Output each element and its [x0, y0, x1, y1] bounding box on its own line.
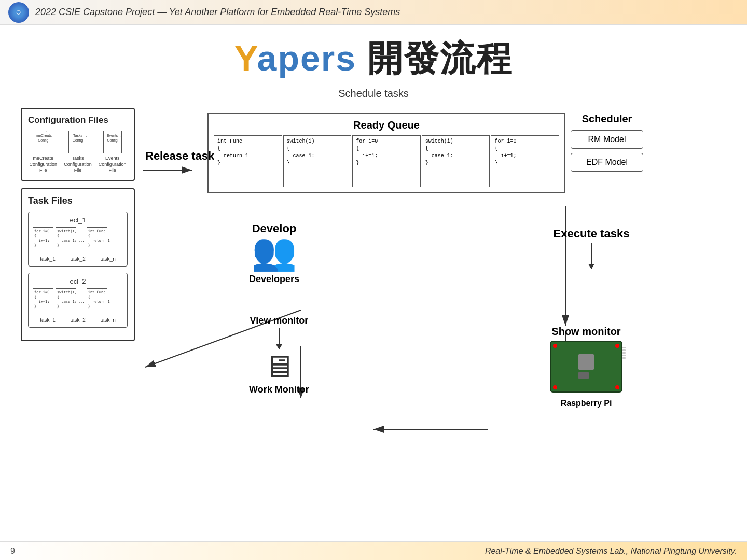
ecl2-task1-icon: for i=0 { i+=1; }	[33, 288, 53, 315]
rpi-pin-5	[622, 357, 626, 359]
view-monitor-arrowhead	[276, 344, 282, 349]
tasks-file-icon: TasksConfig	[68, 131, 87, 153]
events-file-icon: EventsConfig	[103, 131, 122, 153]
ready-queue-items: int Func{ return 1} switch(i){ case 1:} …	[214, 135, 559, 187]
header: ○ 2022 CSIE Capstone Project — Yet Anoth…	[0, 0, 747, 25]
ecl-1-container: ecl_1 for i=0 { i+=1; } switch(i) { case…	[28, 212, 128, 267]
main-content: Yapers 開發流程 Schedule tasks	[0, 25, 747, 541]
ready-queue-box: Ready Queue int Func{ return 1} switch(i…	[208, 113, 565, 193]
config-file-events: EventsConfig EventsConfigurationFile	[99, 131, 127, 174]
ecl-1-title: ecl_1	[33, 216, 123, 224]
work-monitor-label: Work Monitor	[249, 384, 309, 395]
ecl2-labels: task_1 task_2 task_n	[33, 317, 123, 323]
config-files-box: Configuration Files meCreateConfig meCre…	[21, 108, 135, 181]
edf-model: EDF Model	[571, 153, 643, 172]
developers-label: Developers	[249, 274, 299, 285]
rpi-pin-1	[622, 347, 626, 348]
rq-item-5: for i=0{ i+=1;}	[491, 135, 559, 187]
view-monitor-arrow	[279, 328, 280, 349]
rq-item-4: switch(i){ case 1:}	[422, 135, 490, 187]
rm-model: RM Model	[571, 130, 643, 149]
raspberry-pi-board	[550, 341, 622, 393]
developers-icon: 👥	[252, 233, 297, 270]
rpi-pins	[622, 347, 626, 359]
task-files-title: Task Files	[28, 195, 128, 206]
ecl1-task2-icon: switch(i) { case 1: }	[56, 227, 76, 254]
events-label: EventsConfigurationFile	[99, 156, 127, 174]
ecl2-dots: ···	[78, 298, 85, 306]
execute-tasks-section: Execute tasks	[540, 227, 643, 271]
rpi-dot-tr	[615, 344, 619, 348]
ecl1-task1-label: task_1	[40, 256, 55, 262]
config-file-tasks: TasksConfig TasksConfigurationFile	[64, 131, 92, 174]
schedule-tasks-label: Schedule tasks	[21, 88, 726, 100]
rpi-chips	[578, 354, 594, 379]
diagram: Configuration Files meCreateConfig meCre…	[21, 108, 726, 486]
footer: 9 Real-Time & Embedded Systems Lab., Nat…	[0, 541, 747, 560]
ecl2-task2-label: task_2	[70, 317, 85, 323]
developers-section: Develop 👥 Developers	[249, 222, 299, 285]
rpi-dot-bl	[553, 385, 557, 389]
mecreate-file-icon: meCreateConfig	[34, 131, 52, 153]
execute-arrowhead	[588, 264, 594, 269]
rq-item-3: for i=0{ i+=1;}	[352, 135, 421, 187]
ecl1-labels: task_1 task_2 task_n	[33, 256, 123, 262]
monitor-icon: 🖥	[264, 351, 295, 382]
logo: ○	[8, 2, 29, 23]
rpi-pin-3	[622, 352, 626, 354]
rpi-label: Raspberry Pi	[561, 399, 612, 408]
execute-tasks-label: Execute tasks	[554, 227, 630, 241]
show-monitor-rpi-section: Show monitor	[529, 326, 643, 408]
rpi-dot-tl	[553, 344, 557, 348]
ecl2-taskn-label: task_n	[100, 317, 115, 323]
footer-institution: Real-Time & Embedded Systems Lab., Natio…	[485, 547, 737, 556]
left-panel: Configuration Files meCreateConfig meCre…	[21, 108, 135, 341]
ready-queue-title: Ready Queue	[214, 119, 559, 131]
config-files-title: Configuration Files	[28, 115, 128, 125]
ecl-1-files: for i=0 { i+=1; } switch(i) { case 1: } …	[33, 227, 123, 254]
config-file-row: meCreateConfig meCreateConfigurationFile…	[28, 131, 128, 174]
show-monitor-label: Show monitor	[551, 326, 620, 338]
yapers-y: Y	[234, 38, 257, 78]
chinese-title: 開發流程	[367, 38, 513, 78]
config-file-mecreate: meCreateConfig meCreateConfigurationFile	[30, 131, 58, 174]
ecl-2-files: for i=0 { i+=1; } switch(i) { case 1: } …	[33, 288, 123, 315]
task-files-box: Task Files ecl_1 for i=0 { i+=1; } switc…	[21, 188, 135, 341]
ecl2-task2-icon: switch(i) { case 1: }	[56, 288, 76, 315]
mecreate-label: meCreateConfigurationFile	[30, 156, 58, 174]
rpi-dot-br	[615, 385, 619, 389]
execute-arrow	[591, 243, 592, 269]
rq-item-1: int Func{ return 1}	[214, 135, 282, 187]
ecl2-task1-label: task_1	[40, 317, 55, 323]
page-number: 9	[10, 547, 15, 556]
ecl1-task2-label: task_2	[70, 256, 85, 262]
ecl1-dots: ···	[78, 236, 85, 245]
ecl1-taskn-icon: int Func { return 1 }	[87, 227, 107, 254]
scheduler-title: Scheduler	[571, 113, 643, 125]
rpi-pin-2	[622, 349, 626, 351]
view-monitor-section: View monitor 🖥 Work Monitor	[249, 315, 309, 395]
view-monitor-label: View monitor	[250, 315, 308, 326]
scheduler-section: Scheduler RM Model EDF Model	[571, 113, 643, 176]
ecl-2-container: ecl_2 for i=0 { i+=1; } switch(i) { case…	[28, 273, 128, 328]
tasks-label: TasksConfigurationFile	[64, 156, 92, 174]
yapers-rest: apers	[257, 38, 356, 78]
header-title: 2022 CSIE Capstone Project — Yet Another…	[35, 7, 400, 18]
ecl1-task1-icon: for i=0 { i+=1; }	[33, 227, 53, 254]
ecl2-taskn-icon: int Func { return 1 }	[87, 288, 107, 315]
rpi-pin-4	[622, 355, 626, 356]
rq-item-2: switch(i){ case 1:}	[283, 135, 352, 187]
rpi-small-chip	[578, 372, 589, 379]
ecl1-taskn-label: task_n	[100, 256, 115, 262]
rpi-main-chip	[578, 354, 594, 370]
page-title: Yapers 開發流程	[21, 35, 726, 82]
ecl-2-title: ecl_2	[33, 277, 123, 285]
